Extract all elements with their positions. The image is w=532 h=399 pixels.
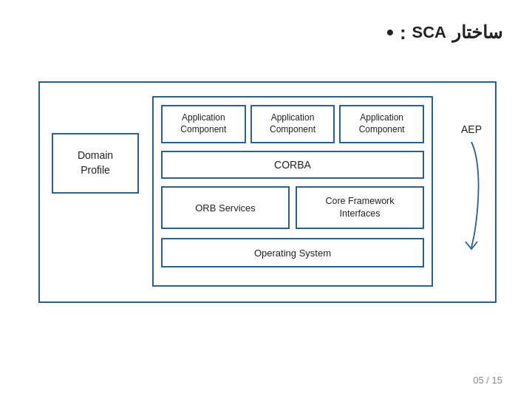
current-page: 05: [473, 375, 483, 386]
header-colon: :: [400, 21, 406, 44]
app-component-1-label: ApplicationComponent: [180, 112, 226, 135]
inner-diagram-box: ApplicationComponent ApplicationComponen…: [152, 96, 433, 287]
app-components-row: ApplicationComponent ApplicationComponen…: [161, 105, 424, 143]
middle-row: ORB Services Core FrameworkInterfaces: [161, 186, 424, 229]
orb-services-label: ORB Services: [195, 202, 256, 214]
slide-header: ساختار SCA : •: [386, 21, 502, 44]
orb-services-box: ORB Services: [161, 186, 290, 229]
app-component-3-label: ApplicationComponent: [359, 112, 405, 135]
header-latin: SCA: [412, 23, 446, 42]
core-framework-box: Core FrameworkInterfaces: [296, 186, 424, 229]
app-component-2: ApplicationComponent: [250, 105, 335, 143]
aep-label: AEP: [461, 123, 482, 135]
operating-system-box: Operating System: [161, 238, 424, 267]
aep-arrow-icon: [458, 138, 485, 256]
total-pages: 15: [492, 375, 502, 386]
corba-box: CORBA: [161, 151, 424, 179]
app-component-1: ApplicationComponent: [161, 105, 246, 143]
app-component-2-label: ApplicationComponent: [270, 112, 316, 135]
aep-area: AEP: [452, 123, 491, 271]
core-framework-label: Core FrameworkInterfaces: [325, 195, 394, 220]
domain-profile-label: DomainProfile: [78, 149, 113, 177]
header-bullet: •: [386, 21, 394, 44]
operating-system-label: Operating System: [254, 248, 331, 259]
corba-label: CORBA: [274, 159, 311, 171]
header-arabic: ساختار: [452, 22, 502, 43]
page-number: 05 / 15: [473, 375, 502, 386]
page-separator: /: [486, 375, 491, 386]
domain-profile-box: DomainProfile: [52, 133, 139, 194]
app-component-3: ApplicationComponent: [339, 105, 424, 143]
diagram-outer-box: DomainProfile ApplicationComponent Appli…: [38, 81, 497, 303]
